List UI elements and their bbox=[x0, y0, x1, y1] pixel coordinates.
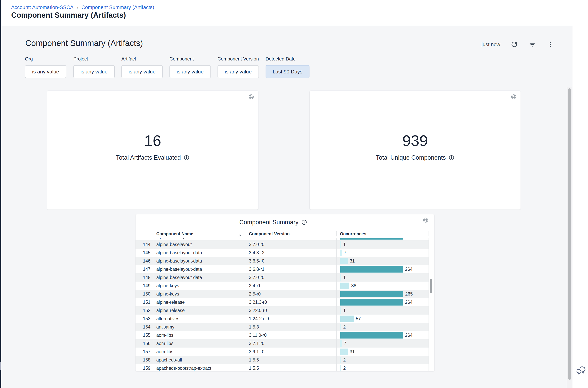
component-name-cell: alternatives bbox=[153, 315, 245, 323]
row-number-cell: 156 bbox=[135, 341, 153, 346]
occurrences-cell: 57 bbox=[336, 315, 429, 323]
occurrences-value: 264 bbox=[405, 333, 413, 338]
component-version-cell: 3.22.0-r0 bbox=[245, 306, 336, 315]
occurrences-cell: 264 bbox=[336, 298, 429, 306]
row-number-cell: 147 bbox=[135, 267, 153, 272]
table-row[interactable]: 150alpine-keys2.5-r0265 bbox=[135, 290, 429, 298]
table-row[interactable]: 144alpine-baselayout3.7.0-r01 bbox=[135, 240, 429, 249]
component-name-cell: alpine-keys bbox=[153, 290, 245, 298]
info-icon[interactable] bbox=[449, 155, 455, 161]
table-row[interactable]: 156aom-libs3.7.1-r07 bbox=[135, 339, 429, 348]
component-name-cell: apacheds-all bbox=[153, 356, 245, 364]
component-version-cell: 3.4.3-r2 bbox=[245, 249, 336, 257]
table-row[interactable]: 154antisamy1.5.32 bbox=[135, 323, 429, 331]
column-header-occurrences[interactable]: Occurrences bbox=[336, 231, 429, 236]
occurrences-bar bbox=[340, 332, 403, 339]
occurrences-bar bbox=[340, 241, 341, 248]
filter-value-button[interactable]: is any value bbox=[170, 65, 211, 78]
table-row[interactable]: 148alpine-baselayout-data3.7.0-r01 bbox=[135, 273, 429, 282]
filter-value-button[interactable]: Last 90 Days bbox=[265, 65, 309, 78]
table-header-row: Component Name Component Version Occurre… bbox=[135, 229, 429, 238]
occurrences-value: 264 bbox=[405, 300, 413, 305]
component-name-cell: apacheds-bootstrap-extract bbox=[153, 364, 245, 371]
component-version-cell: 3.7.0-r0 bbox=[245, 240, 336, 249]
filter-component: Componentis any value bbox=[170, 56, 211, 78]
table-row[interactable]: 152alpine-release3.22.0-r01 bbox=[135, 306, 429, 315]
occurrences-cell: 7 bbox=[336, 249, 429, 257]
occurrences-bar bbox=[340, 365, 341, 371]
occurrences-value: 7 bbox=[344, 341, 346, 346]
info-icon[interactable] bbox=[301, 219, 307, 225]
info-icon[interactable] bbox=[184, 155, 190, 161]
component-name-cell: aom-libs bbox=[153, 331, 245, 339]
filter-value-button[interactable]: is any value bbox=[121, 65, 163, 78]
filter-value-button[interactable]: is any value bbox=[218, 65, 259, 78]
table-row[interactable]: 155aom-libs3.11.0-r0264 bbox=[135, 331, 429, 339]
table-row[interactable]: 149alpine-keys2.4-r138 bbox=[135, 282, 429, 290]
row-number-cell: 153 bbox=[135, 316, 153, 321]
occurrences-cell: 1 bbox=[336, 240, 429, 249]
tile-component-summary-table: Component Summary Component Name Compone… bbox=[135, 215, 435, 371]
occurrences-value: 7 bbox=[344, 250, 346, 255]
table-row[interactable]: 159apacheds-bootstrap-extract1.5.52 bbox=[135, 364, 429, 371]
chat-help-icon[interactable] bbox=[576, 366, 587, 375]
component-version-cell: 3.7.0-r0 bbox=[245, 273, 336, 282]
component-name-cell: aom-libs bbox=[153, 339, 245, 348]
table-row[interactable]: 153alternatives1.24-2.el957 bbox=[135, 315, 429, 323]
filter-label: Artifact bbox=[121, 56, 163, 62]
occurrences-value: 1 bbox=[343, 308, 346, 313]
table-row[interactable]: 147alpine-baselayout-data3.6.8-r1264 bbox=[135, 265, 429, 273]
occurrences-cell: 7 bbox=[336, 339, 429, 348]
filter-icon[interactable] bbox=[528, 40, 536, 48]
occurrences-value: 2 bbox=[343, 357, 346, 363]
filter-artifact: Artifactis any value bbox=[121, 56, 163, 78]
table-row[interactable]: 158apacheds-all1.5.52 bbox=[135, 356, 429, 364]
occurrences-bar bbox=[340, 299, 403, 306]
row-number-cell: 146 bbox=[135, 258, 153, 264]
row-number-cell: 149 bbox=[135, 283, 153, 289]
page-scrollbar-thumb[interactable] bbox=[568, 88, 571, 380]
table-row[interactable]: 157aom-libs3.9.1-r031 bbox=[135, 348, 429, 356]
row-number-cell: 152 bbox=[135, 308, 153, 313]
page-title: Component Summary (Artifacts) bbox=[11, 11, 126, 20]
component-name-cell: alpine-baselayout-data bbox=[153, 249, 245, 257]
breadcrumb-separator: › bbox=[77, 5, 78, 10]
stat-label: Total Artifacts Evaluated bbox=[116, 154, 181, 161]
occurrences-cell: 2 bbox=[336, 356, 429, 364]
component-name-cell: alpine-release bbox=[153, 298, 245, 306]
occurrences-value: 57 bbox=[356, 316, 361, 321]
sort-asc-icon[interactable] bbox=[238, 234, 242, 237]
table-row[interactable]: 145alpine-baselayout-data3.4.3-r27 bbox=[135, 249, 429, 257]
component-version-cell: 1.5.3 bbox=[245, 323, 336, 331]
partial-table-row: alpine-baselayout3.6.8-r1264 bbox=[135, 238, 429, 240]
refresh-icon[interactable] bbox=[510, 40, 518, 48]
component-name-cell: aom-libs bbox=[153, 348, 245, 356]
occurrences-value: 264 bbox=[405, 267, 413, 272]
tile-total-unique-components: 939 Total Unique Components bbox=[310, 91, 521, 210]
row-number-cell: 159 bbox=[135, 366, 153, 371]
filter-value-button[interactable]: is any value bbox=[25, 65, 66, 78]
table-row[interactable]: alpine-baselayout3.6.8-r1264 bbox=[135, 238, 429, 240]
table-row[interactable]: 151alpine-release3.21.3-r0264 bbox=[135, 298, 429, 306]
dashboard-panel: Component Summary (Artifacts) just now O… bbox=[1, 25, 572, 388]
globe-icon[interactable] bbox=[248, 94, 254, 100]
left-nav-scrollbar-thumb[interactable] bbox=[0, 362, 1, 370]
component-name-cell: alpine-keys bbox=[153, 282, 245, 290]
column-header-component-name[interactable]: Component Name bbox=[153, 231, 245, 236]
row-number-cell: 158 bbox=[135, 357, 153, 363]
last-updated-text: just now bbox=[481, 41, 500, 48]
occurrences-value: 1 bbox=[343, 242, 346, 247]
filter-value-button[interactable]: is any value bbox=[73, 65, 115, 78]
kebab-menu-icon[interactable] bbox=[546, 40, 554, 48]
column-header-component-version[interactable]: Component Version bbox=[245, 231, 336, 236]
component-name-cell: alpine-baselayout bbox=[153, 240, 245, 249]
breadcrumb-account-link[interactable]: Account: Automation-SSCA bbox=[11, 4, 74, 10]
breadcrumb-page-link[interactable]: Component Summary (Artifacts) bbox=[81, 4, 154, 10]
component-version-cell: 3.9.1-r0 bbox=[245, 348, 336, 356]
globe-icon[interactable] bbox=[511, 94, 517, 100]
row-number-cell: 148 bbox=[135, 275, 153, 280]
occurrences-bar bbox=[340, 283, 349, 289]
component-version-cell: 1.24-2.el9 bbox=[245, 315, 336, 323]
table-scrollbar-thumb[interactable] bbox=[430, 279, 432, 293]
table-row[interactable]: 146alpine-baselayout-data3.6.5-r031 bbox=[135, 257, 429, 265]
